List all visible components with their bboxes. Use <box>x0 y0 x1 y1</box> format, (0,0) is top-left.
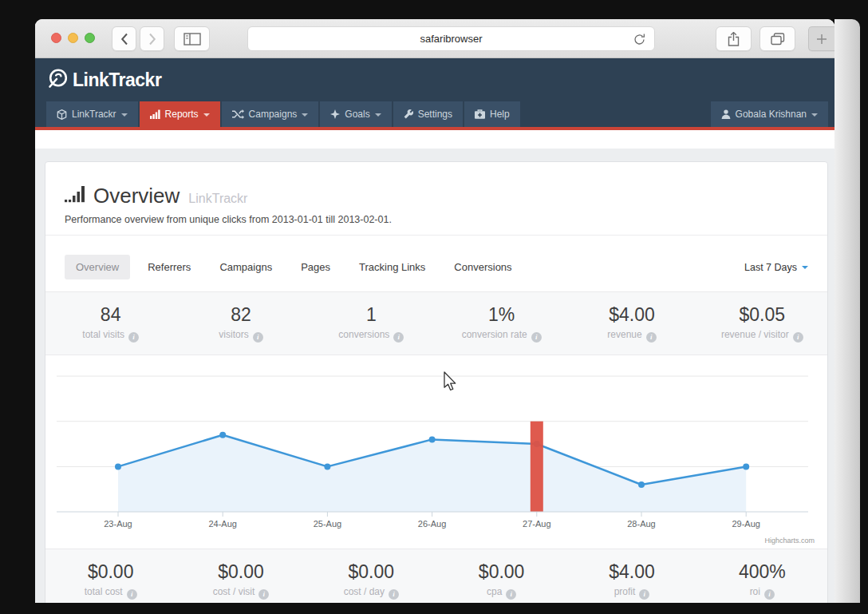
page-title-suffix: LinkTrackr <box>188 192 247 206</box>
chevron-down-icon <box>302 113 308 117</box>
nav-item-settings[interactable]: Settings <box>393 101 463 127</box>
main-nav: LinkTrackrReportsCampaignsGoalsSettingsH… <box>35 101 834 130</box>
data-point-28-Aug[interactable] <box>638 481 645 488</box>
tabs-overview-icon <box>771 33 785 46</box>
page-title: Overview <box>93 184 180 208</box>
diamond-icon <box>330 109 340 119</box>
data-point-25-Aug[interactable] <box>324 463 330 469</box>
stat-label: profiti <box>566 586 696 600</box>
tab-referrers[interactable]: Referrers <box>136 255 202 279</box>
info-icon[interactable]: i <box>127 589 137 600</box>
stat-roi: 400% roii <box>697 561 827 600</box>
forward-button[interactable] <box>140 26 164 51</box>
tab-overview[interactable]: Overview <box>65 255 130 279</box>
stat-label: cpai <box>436 586 566 600</box>
tab-pages[interactable]: Pages <box>290 255 341 279</box>
shuffle-icon <box>232 109 244 119</box>
info-icon[interactable]: i <box>258 589 269 600</box>
brand-logo[interactable]: LinkTrackr <box>47 68 161 93</box>
x-tick-label: 27-Aug <box>523 519 550 529</box>
info-icon[interactable]: i <box>128 332 139 343</box>
x-tick-label: 26-Aug <box>418 519 446 529</box>
info-icon[interactable]: i <box>764 589 775 600</box>
browser-toolbar: safaribrowser <box>35 19 834 58</box>
tab-campaigns[interactable]: Campaigns <box>208 255 283 279</box>
nav-spacer <box>522 101 711 127</box>
chevron-right-icon <box>148 33 156 46</box>
stat-value: $0.00 <box>176 561 306 583</box>
conversion-column-27-Aug[interactable] <box>531 422 543 512</box>
info-icon[interactable]: i <box>253 332 263 343</box>
stat-label: cost / dayi <box>306 586 436 600</box>
chevron-down-icon <box>811 113 818 117</box>
nav-item-linktrackr[interactable]: LinkTrackr <box>46 101 138 127</box>
stat-value: $4.00 <box>566 304 696 326</box>
nav-item-help[interactable]: Help <box>464 101 520 127</box>
share-button[interactable] <box>716 26 752 51</box>
chevron-down-icon <box>802 266 808 269</box>
stat-label: roii <box>697 586 827 600</box>
nav-item-campaigns[interactable]: Campaigns <box>222 101 319 127</box>
signal-bars-icon <box>65 186 86 206</box>
sidebar-button[interactable] <box>174 26 210 51</box>
address-bar[interactable]: safaribrowser <box>247 26 655 51</box>
stat-value: $0.00 <box>436 561 566 583</box>
stat-label: cost / visiti <box>176 586 306 600</box>
site-header: LinkTrackr <box>35 58 834 101</box>
data-point-29-Aug[interactable] <box>743 463 749 469</box>
info-icon[interactable]: i <box>793 332 803 343</box>
stat-label: revenue / visitori <box>697 329 827 343</box>
stats-row-top: 84 total visitsi 82 visitorsi 1 conversi… <box>45 291 827 355</box>
close-window-button[interactable] <box>51 33 61 43</box>
stat-value: 84 <box>45 304 176 326</box>
stat-visitors: 82 visitorsi <box>176 304 306 343</box>
info-icon[interactable]: i <box>639 589 649 600</box>
background-window-edge <box>834 19 860 603</box>
tab-tracking-links[interactable]: Tracking Links <box>348 255 436 279</box>
info-icon[interactable]: i <box>506 589 516 600</box>
new-tab-button[interactable] <box>808 26 834 51</box>
report-tabs: OverviewReferrersCampaignsPagesTracking … <box>45 236 827 291</box>
stat-label: conversion ratei <box>436 329 566 343</box>
chevron-down-icon <box>375 113 381 117</box>
chart-svg: 23-Aug24-Aug25-Aug26-Aug27-Aug28-Aug29-A… <box>45 355 818 549</box>
data-point-23-Aug[interactable] <box>115 463 121 469</box>
nav-item-reports[interactable]: Reports <box>140 101 220 127</box>
stat-label: visitorsi <box>176 329 306 343</box>
tab-conversions[interactable]: Conversions <box>443 255 523 279</box>
stat-total-visits: 84 total visitsi <box>45 304 176 343</box>
x-tick-label: 28-Aug <box>627 519 655 529</box>
page-background: Overview LinkTrackr Performance overview… <box>35 149 834 603</box>
back-button[interactable] <box>112 26 136 51</box>
stats-row-bottom: $0.00 total costi $0.00 cost / visiti $0… <box>45 549 827 603</box>
info-icon[interactable]: i <box>389 589 399 600</box>
stat-value: 1% <box>436 304 566 326</box>
x-tick-label: 24-Aug <box>208 519 236 529</box>
x-tick-label: 25-Aug <box>314 519 341 529</box>
info-icon[interactable]: i <box>531 332 542 343</box>
user-menu[interactable]: Gobala Krishnan <box>711 101 828 127</box>
info-icon[interactable]: i <box>646 332 657 343</box>
stat-label: total costi <box>45 586 176 600</box>
stat-conversions: 1 conversionsi <box>306 304 436 343</box>
minimize-window-button[interactable] <box>68 33 78 43</box>
reload-icon[interactable] <box>633 33 646 50</box>
show-tabs-button[interactable] <box>760 26 795 51</box>
sidebar-icon <box>183 33 201 46</box>
nav-item-goals[interactable]: Goals <box>320 101 391 127</box>
stat-value: $0.00 <box>306 561 436 583</box>
data-point-24-Aug[interactable] <box>219 432 226 438</box>
highcharts-credit-link[interactable]: Highcharts.com <box>764 537 815 545</box>
stat-revenue: $4.00 revenuei <box>566 304 696 343</box>
zoom-window-button[interactable] <box>85 33 95 43</box>
share-icon <box>728 32 740 46</box>
visits-chart: 23-Aug24-Aug25-Aug26-Aug27-Aug28-Aug29-A… <box>45 355 827 549</box>
card-header: Overview LinkTrackr Performance overview… <box>45 162 827 236</box>
stat-value: $0.05 <box>697 304 827 326</box>
info-icon[interactable]: i <box>393 332 404 343</box>
overview-card: Overview LinkTrackr Performance overview… <box>45 161 828 603</box>
stat-label: conversionsi <box>306 329 436 343</box>
data-point-26-Aug[interactable] <box>429 436 436 442</box>
date-range-selector[interactable]: Last 7 Days <box>744 262 808 273</box>
chevron-down-icon <box>121 113 128 117</box>
